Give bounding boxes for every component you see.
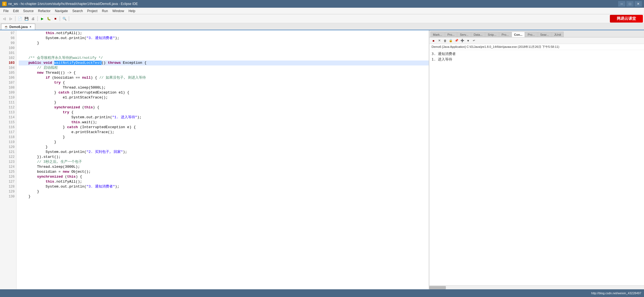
code-line-100	[19, 46, 429, 51]
console-output[interactable]: 3. 通知消费者 1. 进入等待	[429, 50, 644, 285]
right-tab-snippets[interactable]: Snip...	[485, 32, 499, 37]
scroll-lock-button[interactable]: 🔒	[448, 38, 453, 43]
code-line-111: }	[19, 100, 429, 105]
clear-button[interactable]: 🗑	[443, 38, 447, 43]
ln-116: 116	[0, 125, 15, 130]
ln-110: 110	[0, 95, 15, 100]
right-tab-properties[interactable]: Pro...	[525, 32, 537, 37]
menu-edit[interactable]: Edit	[11, 9, 21, 13]
display-selected-console-button[interactable]: ▼	[466, 38, 471, 43]
menu-project[interactable]: Project	[85, 9, 100, 13]
ln-115: 115	[0, 120, 15, 125]
ln-113: 113	[0, 110, 15, 115]
maximize-button[interactable]: □	[626, 1, 634, 7]
ln-105: 105	[0, 70, 15, 75]
netease-label: 网易云课堂	[617, 16, 636, 21]
editor-tab-demo6[interactable]: ☕ Demo6.java ×	[1, 24, 35, 30]
ln-126: 126	[0, 174, 15, 179]
status-bar: http://blog.csdn.net/weixin_43228497	[0, 289, 644, 297]
menu-file[interactable]: File	[1, 9, 11, 13]
editor-tab-close[interactable]: ×	[29, 25, 32, 29]
console-scrollbar-horizontal[interactable]	[429, 285, 644, 289]
toolbar-separator-3	[60, 16, 60, 21]
search-button[interactable]: 🔍	[61, 16, 67, 22]
right-tab-console[interactable]: Con...	[512, 32, 525, 37]
code-line-104: // 启动线程	[19, 65, 429, 70]
right-tab-search[interactable]: Sear...	[538, 32, 552, 37]
toolbar: ◁ ▷ 📄 💾 🖨 ▶ 🐛 ■ 🔍 网易云课堂	[0, 14, 644, 23]
menu-search[interactable]: Search	[70, 9, 85, 13]
right-tab-servers[interactable]: Serv...	[457, 32, 471, 37]
right-tab-problems[interactable]: Pro...	[499, 32, 511, 37]
menu-run[interactable]: Run	[100, 9, 110, 13]
debug-button[interactable]: 🐛	[46, 16, 52, 22]
window-title: ne_ws - hc-chapter-1/src/com/study/hc/th…	[8, 2, 138, 6]
toolbar-separator-4	[69, 16, 69, 21]
menu-source[interactable]: Source	[21, 9, 36, 13]
code-line-109: } catch (InterruptedException e1) {	[19, 90, 429, 95]
menu-bar: File Edit Source Refactor Navigate Searc…	[0, 8, 644, 14]
line-numbers: 97 98 99 100 101 102 103 104 105 106 107…	[0, 30, 17, 289]
ln-106: 106	[0, 75, 15, 80]
word-wrap-button[interactable]: ↵	[471, 38, 476, 43]
code-line-108: Thread.sleep(5000L);	[19, 85, 429, 90]
forward-button[interactable]: ▷	[8, 16, 14, 22]
ln-103: 103	[0, 61, 15, 65]
print-button[interactable]: 🖨	[30, 16, 36, 22]
code-line-116: } catch (InterruptedException e) {	[19, 125, 429, 130]
ln-122: 122	[0, 155, 15, 160]
code-line-129: }	[19, 189, 429, 194]
back-button[interactable]: ◁	[1, 16, 7, 22]
close-button[interactable]: ✕	[635, 1, 642, 7]
menu-navigate[interactable]: Navigate	[53, 9, 70, 13]
ln-124: 124	[0, 164, 15, 169]
right-tab-data[interactable]: Data...	[471, 32, 485, 37]
code-line-125: boozidian = new Object();	[19, 169, 429, 174]
menu-help[interactable]: Help	[126, 9, 138, 13]
terminate-button[interactable]: ■	[431, 38, 436, 43]
toolbar-right: 网易云课堂	[610, 15, 643, 23]
remove-launch-button[interactable]: ✕	[437, 38, 442, 43]
code-area[interactable]: this.notifyAll(); System.out.println("3.…	[17, 30, 429, 289]
run-button[interactable]: ▶	[39, 16, 45, 22]
toolbar-separator-2	[37, 16, 38, 21]
title-controls[interactable]: ─ □ ✕	[618, 1, 642, 7]
code-line-98: System.out.println("3. 通知消费者");	[19, 36, 429, 41]
console-line-2: 1. 进入等待	[432, 57, 642, 62]
menu-window[interactable]: Window	[110, 9, 126, 13]
pin-console-button[interactable]: 📌	[454, 38, 459, 43]
status-url: http://blog.csdn.net/weixin_43228497	[591, 292, 641, 295]
menu-refactor[interactable]: Refactor	[36, 9, 53, 13]
console-header: Demo6 [Java Application] C:\01Java\jre1.…	[429, 44, 644, 50]
ln-107: 107	[0, 80, 15, 85]
code-line-114: System.out.println("1. 进入等待");	[19, 115, 429, 120]
right-tab-bar: Mark... Pro... Serv... Data... Snip... P…	[429, 30, 644, 37]
right-tab-progress[interactable]: Pro...	[445, 32, 457, 37]
right-tab-junit[interactable]: JUnit	[552, 32, 563, 37]
console-scroll-thumb[interactable]	[429, 286, 446, 289]
new-console-button[interactable]: ➕	[460, 38, 465, 43]
code-line-123: // 3秒之后, 生产一个包子	[19, 160, 429, 164]
code-line-126: synchronized (this) {	[19, 174, 429, 179]
stop-button[interactable]: ■	[52, 16, 58, 22]
code-line-106: if (boozidian == null) { // 如果没包子, 则进入等待	[19, 75, 429, 80]
ln-118: 118	[0, 135, 15, 140]
ln-112: 112	[0, 105, 15, 110]
ln-117: 117	[0, 130, 15, 135]
ln-108: 108	[0, 85, 15, 90]
ln-127: 127	[0, 179, 15, 184]
code-line-119: }	[19, 140, 429, 145]
ln-101: 101	[0, 51, 15, 56]
ln-111: 111	[0, 100, 15, 105]
code-line-121: System.out.println("2. 买到包子, 回家");	[19, 150, 429, 155]
editor-panel: 97 98 99 100 101 102 103 104 105 106 107…	[0, 30, 429, 289]
save-button[interactable]: 💾	[23, 16, 29, 22]
new-button[interactable]: 📄	[17, 16, 23, 22]
ln-130: 130	[0, 194, 15, 199]
ln-97: 97	[0, 31, 15, 36]
minimize-button[interactable]: ─	[618, 1, 625, 7]
right-tab-markers[interactable]: Mark...	[430, 32, 445, 37]
code-line-103: public void waitNotifyDeadLockTest() thr…	[19, 61, 429, 65]
code-line-101	[19, 51, 429, 56]
ln-100: 100	[0, 46, 15, 51]
